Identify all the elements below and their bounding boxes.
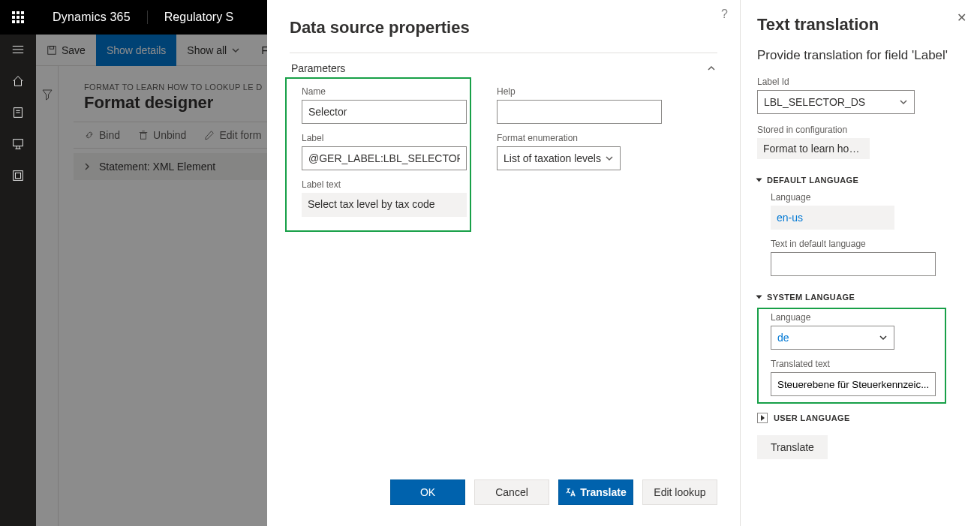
- help-input[interactable]: [497, 100, 662, 124]
- svg-rect-0: [12, 11, 15, 14]
- svg-rect-8: [21, 20, 24, 23]
- chevron-up-icon: [707, 64, 716, 73]
- tt-subtitle: Provide translation for field 'Label': [757, 48, 963, 63]
- svg-rect-16: [14, 171, 23, 181]
- svg-rect-17: [15, 173, 20, 178]
- labelid-value: LBL_SELECTOR_DS: [764, 96, 865, 108]
- svg-rect-5: [21, 16, 24, 19]
- triangle-down-icon: [756, 296, 762, 299]
- sys-lang-value: de: [777, 332, 789, 344]
- sys-lang-label: Language: [771, 312, 963, 323]
- app-launcher-button[interactable]: [0, 0, 36, 35]
- triangle-down-icon: [756, 179, 762, 182]
- user-language-header[interactable]: USER LANGUAGE: [757, 413, 963, 423]
- svg-rect-6: [12, 20, 15, 23]
- stored-label: Stored in configuration: [757, 125, 963, 135]
- sys-text-label: Translated text: [771, 359, 963, 369]
- label-input[interactable]: [302, 146, 467, 170]
- def-text-label: Text in default language: [771, 239, 963, 249]
- chevron-down-icon: [899, 98, 908, 107]
- translate-action-button[interactable]: Translate: [757, 435, 828, 459]
- help-button[interactable]: ?: [721, 8, 728, 21]
- def-lang-value: en-us: [771, 206, 894, 230]
- close-button[interactable]: ✕: [957, 11, 966, 25]
- name-label: Name: [302, 86, 467, 97]
- svg-rect-3: [12, 16, 15, 19]
- format-enum-label: Format enumeration: [497, 133, 662, 143]
- label-label: Label: [302, 133, 467, 143]
- sys-text-input[interactable]: [771, 372, 936, 396]
- data-source-properties-panel: ? Data source properties Parameters Name…: [267, 0, 740, 526]
- svg-rect-15: [14, 140, 23, 146]
- default-language-header[interactable]: DEFAULT LANGUAGE: [757, 176, 963, 185]
- labelid-label: Label Id: [757, 77, 963, 87]
- sys-lang-select[interactable]: de: [771, 326, 894, 350]
- name-input[interactable]: [302, 100, 467, 124]
- module-icon[interactable]: [11, 168, 26, 183]
- left-column: Name Label Label text Select tax level b…: [302, 86, 467, 226]
- label-text-value: Select tax level by tax code: [302, 193, 467, 217]
- svg-rect-1: [17, 11, 20, 14]
- translate-button[interactable]: Translate: [558, 479, 633, 505]
- def-text-input[interactable]: [771, 252, 936, 276]
- help-label: Help: [497, 86, 662, 97]
- def-lang-label: Language: [771, 192, 963, 203]
- expand-box-icon: [757, 413, 768, 423]
- format-enum-value: List of taxation levels: [504, 152, 601, 164]
- waffle-icon: [12, 11, 24, 23]
- edit-lookup-button[interactable]: Edit lookup: [642, 479, 717, 505]
- system-language-header[interactable]: SYSTEM LANGUAGE: [757, 293, 963, 302]
- text-translation-panel: ✕ Text translation Provide translation f…: [740, 0, 980, 526]
- tt-title: Text translation: [757, 15, 963, 35]
- panel-button-row: OK Cancel Translate Edit lookup: [290, 470, 717, 514]
- brand-dynamics[interactable]: Dynamics 365: [36, 11, 147, 24]
- svg-rect-7: [17, 20, 20, 23]
- svg-rect-4: [17, 16, 20, 19]
- svg-rect-2: [21, 11, 24, 14]
- labelid-select[interactable]: LBL_SELECTOR_DS: [757, 90, 915, 114]
- panel-title: Data source properties: [290, 18, 717, 38]
- recent-icon[interactable]: [11, 105, 26, 120]
- menu-icon[interactable]: [11, 42, 26, 57]
- cancel-button[interactable]: Cancel: [474, 479, 549, 505]
- translate-icon: [565, 487, 576, 497]
- parameters-section-header[interactable]: Parameters: [290, 53, 717, 82]
- workspace-icon[interactable]: [11, 137, 26, 152]
- format-enum-select[interactable]: List of taxation levels: [497, 146, 621, 170]
- right-column: Help Format enumeration List of taxation…: [497, 86, 662, 226]
- stored-value: Format to learn how t...: [757, 138, 870, 159]
- left-nav-rail: [0, 35, 36, 526]
- chevron-down-icon: [605, 154, 614, 163]
- home-icon[interactable]: [11, 74, 26, 89]
- parameters-section-label: Parameters: [291, 62, 345, 74]
- label-text-label: Label text: [302, 179, 467, 190]
- ok-button[interactable]: OK: [390, 479, 465, 505]
- brand-module[interactable]: Regulatory S: [147, 11, 251, 24]
- chevron-down-icon: [879, 333, 888, 342]
